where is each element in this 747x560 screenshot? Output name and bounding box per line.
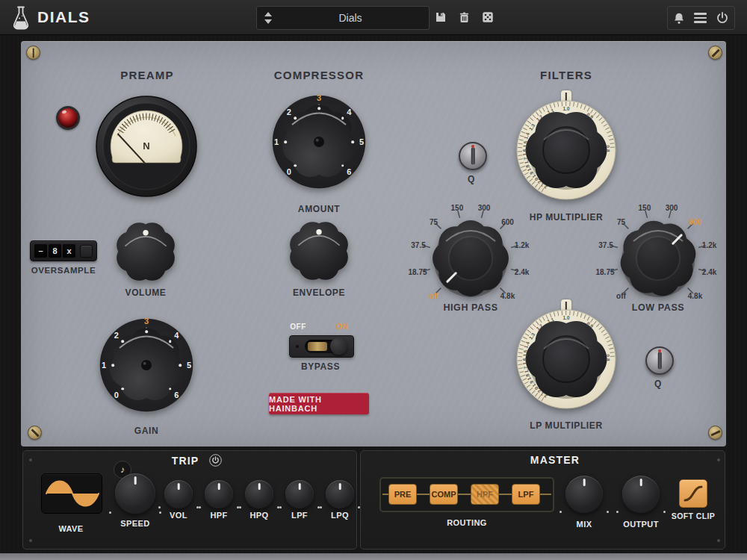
amount-scale-3-active: 3 — [317, 93, 321, 102]
oversample-label: OVERSAMPLE — [31, 266, 96, 275]
gain-scale-6: 6 — [174, 391, 179, 399]
made-with-hainbach-badge[interactable]: MADE WITH HAINBACH — [269, 393, 369, 414]
bypass-switch-handle[interactable] — [330, 337, 347, 355]
trip-power-icon[interactable] — [209, 454, 222, 467]
amount-scale-6: 6 — [347, 167, 351, 176]
hp-q-label: Q — [468, 174, 475, 184]
frame-bevel — [0, 553, 747, 560]
high-pass-label: HIGH PASS — [443, 302, 498, 313]
compressor-section-title: COMPRESSOR — [274, 69, 364, 81]
bypass-on-label: ON — [336, 323, 348, 331]
routing-lpf-button[interactable]: LPF — [512, 484, 540, 505]
lp-q-label: Q — [654, 379, 662, 389]
lp-mult-1.6: 1.6 — [521, 358, 527, 364]
lp-mult-1.0: 1.0 — [562, 315, 569, 320]
hp-freq-18.75: 18.75 — [408, 268, 427, 276]
notifications-bell-icon[interactable] — [672, 11, 686, 25]
preamp-section-title: PREAMP — [120, 69, 173, 81]
save-preset-icon[interactable] — [434, 10, 447, 24]
speed-label: SPEED — [120, 519, 149, 528]
amount-scale-4: 4 — [347, 108, 351, 116]
oversample-digit: 8 — [49, 244, 61, 258]
trip-hpf-knob[interactable] — [205, 480, 233, 508]
hp-mult-1.5: 1.5 — [521, 140, 527, 148]
gain-knob[interactable]: 0 1 2 3 4 5 6 — [90, 309, 202, 421]
hp-q-knob[interactable] — [459, 142, 487, 170]
trip-hpq-label: HPQ — [249, 511, 268, 520]
hp-freq-300: 300 — [478, 204, 491, 212]
hp-freq-600: 600 — [501, 217, 514, 225]
trip-vol-label: VOL — [170, 511, 187, 520]
meter-scale-letter: N — [143, 140, 149, 152]
gain-label: GAIN — [134, 426, 158, 436]
trip-lpq-knob[interactable] — [326, 480, 354, 508]
lp-freq-300: 300 — [666, 204, 678, 212]
lp-q-knob[interactable] — [645, 346, 674, 375]
hp-multiplier-label: HP MULTIPLIER — [530, 212, 604, 223]
amount-scale-5: 5 — [359, 137, 364, 146]
volume-knob[interactable] — [111, 217, 180, 289]
power-icon[interactable] — [715, 10, 730, 25]
amount-knob[interactable]: 0 1 2 3 4 5 6 — [263, 86, 375, 198]
master-title: MASTER — [530, 454, 580, 466]
preset-prev-next-arrows[interactable] — [264, 12, 272, 24]
soft-clip-button[interactable] — [679, 479, 707, 508]
titlebar: DIALS Dials — [0, 0, 747, 35]
output-knob[interactable] — [622, 476, 660, 513]
lp-mult-0.8: 0.8 — [605, 354, 610, 361]
preset-selector[interactable]: Dials — [256, 6, 430, 30]
oversample-button[interactable] — [80, 245, 93, 258]
preset-name[interactable]: Dials — [272, 12, 429, 24]
amount-scale-2: 2 — [287, 108, 291, 116]
preset-down-icon[interactable] — [264, 19, 272, 24]
lp-freq-18.75: 18.75 — [595, 268, 614, 276]
lp-multiplier-knob[interactable]: 1.0 1.1 1.2 1.3 1.4 1.5 1.6 1.7 1.8 1.9 … — [514, 307, 619, 411]
trip-lpq-label: LPQ — [331, 511, 349, 520]
hp-mult-0.8: 0.8 — [605, 145, 610, 152]
lp-mult-1.5: 1.5 — [521, 349, 527, 357]
amount-label: AMOUNT — [298, 204, 340, 214]
trip-title: TRIP — [172, 455, 199, 467]
menu-icon[interactable] — [694, 13, 707, 23]
corner-screw — [708, 46, 722, 60]
titlebar-right-group — [667, 6, 735, 30]
low-pass-label: LOW PASS — [632, 302, 685, 313]
random-preset-dice-icon[interactable] — [481, 10, 495, 24]
plugin-window: DIALS Dials PREAMP COMPRESSOR — [0, 0, 747, 560]
gain-scale-5: 5 — [187, 361, 191, 370]
lp-freq-75: 75 — [617, 217, 625, 225]
trip-lpf-label: LPF — [291, 511, 308, 520]
oversample-switch[interactable]: – 8 x — [30, 240, 97, 261]
gain-scale-2: 2 — [114, 331, 119, 340]
lp-multiplier-label: LP MULTIPLIER — [530, 420, 602, 431]
routing-pre-button[interactable]: PRE — [388, 484, 417, 505]
hp-freq-1.2k: 1.2k — [515, 240, 529, 249]
lp-freq-1.2k: 1.2k — [702, 240, 716, 249]
lp-freq-37.5: 37.5 — [598, 240, 613, 249]
bypass-switch[interactable] — [289, 335, 354, 358]
filters-section-title: FILTERS — [540, 69, 592, 81]
routing-comp-button[interactable]: COMP — [430, 484, 458, 505]
preset-up-icon[interactable] — [264, 12, 272, 16]
corner-screw — [28, 426, 42, 440]
hp-mult-1.6: 1.6 — [521, 149, 527, 155]
delete-preset-icon[interactable] — [458, 10, 471, 25]
lp-freq-2.4k: 2.4k — [702, 268, 716, 276]
wave-display[interactable] — [41, 473, 102, 514]
corner-screw — [26, 46, 40, 60]
volume-label: VOLUME — [125, 287, 167, 298]
output-label: OUTPUT — [623, 520, 659, 529]
envelope-knob[interactable] — [285, 217, 353, 288]
routing-hpf-button-disabled[interactable]: HPF — [471, 484, 499, 505]
hp-multiplier-knob[interactable]: 1.0 1.1 1.2 1.3 1.4 1.5 1.6 1.7 1.8 1.9 … — [514, 98, 619, 202]
app-title: DIALS — [37, 8, 90, 26]
hp-freq-off-active: off — [429, 291, 438, 299]
trip-hpq-knob[interactable] — [245, 480, 273, 508]
flask-logo-icon — [10, 5, 31, 30]
trip-vol-knob[interactable] — [164, 480, 193, 508]
mix-knob[interactable] — [565, 476, 603, 513]
amount-scale-1: 1 — [274, 137, 279, 146]
speed-knob[interactable] — [115, 473, 155, 514]
trip-lpf-knob[interactable] — [285, 480, 314, 508]
lp-freq-150: 150 — [639, 204, 651, 212]
